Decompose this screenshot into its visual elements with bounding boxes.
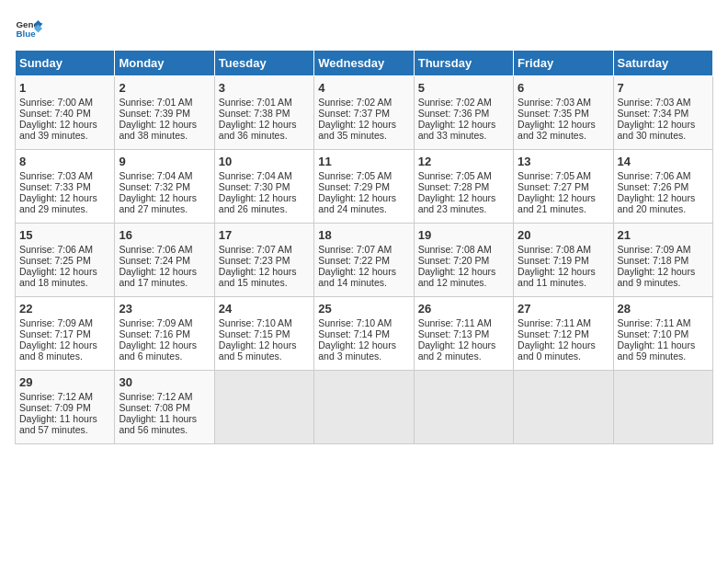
day-number: 15 xyxy=(19,228,110,242)
daylight-text: Daylight: 12 hours and 20 minutes. xyxy=(618,192,696,214)
daylight-text: Daylight: 12 hours and 21 minutes. xyxy=(518,192,596,214)
calendar-cell: 28Sunrise: 7:11 AMSunset: 7:10 PMDayligh… xyxy=(613,297,712,371)
sunset-text: Sunset: 7:27 PM xyxy=(518,181,589,192)
sunset-text: Sunset: 7:37 PM xyxy=(318,108,390,119)
calendar-cell: 14Sunrise: 7:06 AMSunset: 7:26 PMDayligh… xyxy=(613,150,712,224)
daylight-text: Daylight: 12 hours and 35 minutes. xyxy=(318,119,396,141)
sunset-text: Sunset: 7:18 PM xyxy=(618,255,689,266)
sunset-text: Sunset: 7:35 PM xyxy=(518,108,589,119)
daylight-text: Daylight: 12 hours and 33 minutes. xyxy=(418,119,496,141)
calendar-table: SundayMondayTuesdayWednesdayThursdayFrid… xyxy=(15,50,713,444)
calendar-header-row: SundayMondayTuesdayWednesdayThursdayFrid… xyxy=(16,51,713,76)
sunrise-text: Sunrise: 7:03 AM xyxy=(618,97,691,108)
daylight-text: Daylight: 12 hours and 12 minutes. xyxy=(418,266,496,288)
sunset-text: Sunset: 7:15 PM xyxy=(219,328,290,339)
day-number: 25 xyxy=(318,302,409,316)
daylight-text: Daylight: 12 hours and 11 minutes. xyxy=(518,266,596,288)
daylight-text: Daylight: 12 hours and 36 minutes. xyxy=(219,119,297,141)
calendar-cell xyxy=(414,371,513,444)
calendar-cell: 4Sunrise: 7:02 AMSunset: 7:37 PMDaylight… xyxy=(314,76,414,150)
calendar-cell: 22Sunrise: 7:09 AMSunset: 7:17 PMDayligh… xyxy=(16,297,115,371)
sunset-text: Sunset: 7:14 PM xyxy=(318,328,390,339)
day-number: 24 xyxy=(219,302,310,316)
calendar-body: 1Sunrise: 7:00 AMSunset: 7:40 PMDaylight… xyxy=(16,76,713,444)
sunrise-text: Sunrise: 7:08 AM xyxy=(518,244,591,255)
day-number: 13 xyxy=(518,155,609,168)
calendar-cell: 18Sunrise: 7:07 AMSunset: 7:22 PMDayligh… xyxy=(314,224,414,297)
sunset-text: Sunset: 7:34 PM xyxy=(618,108,689,119)
sunrise-text: Sunrise: 7:05 AM xyxy=(518,170,591,181)
day-number: 27 xyxy=(518,302,609,316)
calendar-cell: 29Sunrise: 7:12 AMSunset: 7:09 PMDayligh… xyxy=(16,371,115,444)
sunrise-text: Sunrise: 7:04 AM xyxy=(219,170,292,181)
sunrise-text: Sunrise: 7:11 AM xyxy=(418,317,492,328)
calendar-cell: 20Sunrise: 7:08 AMSunset: 7:19 PMDayligh… xyxy=(514,224,613,297)
day-number: 9 xyxy=(119,155,210,168)
calendar-cell: 1Sunrise: 7:00 AMSunset: 7:40 PMDaylight… xyxy=(16,76,115,150)
calendar-cell: 17Sunrise: 7:07 AMSunset: 7:23 PMDayligh… xyxy=(214,224,313,297)
calendar-cell: 19Sunrise: 7:08 AMSunset: 7:20 PMDayligh… xyxy=(414,224,513,297)
day-number: 8 xyxy=(19,155,110,168)
calendar-cell: 24Sunrise: 7:10 AMSunset: 7:15 PMDayligh… xyxy=(214,297,313,371)
sunset-text: Sunset: 7:26 PM xyxy=(618,181,689,192)
calendar-cell xyxy=(514,371,613,444)
calendar-cell: 21Sunrise: 7:09 AMSunset: 7:18 PMDayligh… xyxy=(613,224,712,297)
daylight-text: Daylight: 12 hours and 0 minutes. xyxy=(518,339,596,362)
daylight-text: Daylight: 12 hours and 3 minutes. xyxy=(318,339,396,362)
day-header-sunday: Sunday xyxy=(16,51,115,76)
sunrise-text: Sunrise: 7:07 AM xyxy=(219,244,292,255)
day-number: 2 xyxy=(119,81,210,95)
sunset-text: Sunset: 7:17 PM xyxy=(19,328,91,339)
daylight-text: Daylight: 12 hours and 6 minutes. xyxy=(119,339,197,362)
sunset-text: Sunset: 7:36 PM xyxy=(418,108,490,119)
sunrise-text: Sunrise: 7:09 AM xyxy=(119,317,192,328)
day-number: 14 xyxy=(618,155,709,168)
day-number: 5 xyxy=(418,81,509,95)
sunset-text: Sunset: 7:29 PM xyxy=(318,181,390,192)
daylight-text: Daylight: 12 hours and 17 minutes. xyxy=(119,266,197,288)
day-number: 29 xyxy=(19,375,110,389)
daylight-text: Daylight: 12 hours and 38 minutes. xyxy=(119,119,197,141)
sunset-text: Sunset: 7:32 PM xyxy=(119,181,190,192)
sunrise-text: Sunrise: 7:11 AM xyxy=(518,317,591,328)
sunset-text: Sunset: 7:33 PM xyxy=(19,181,91,192)
calendar-cell xyxy=(613,371,712,444)
sunrise-text: Sunrise: 7:06 AM xyxy=(618,170,691,181)
calendar-cell: 25Sunrise: 7:10 AMSunset: 7:14 PMDayligh… xyxy=(314,297,414,371)
daylight-text: Daylight: 12 hours and 18 minutes. xyxy=(19,266,97,288)
daylight-text: Daylight: 12 hours and 30 minutes. xyxy=(618,119,696,141)
day-number: 7 xyxy=(618,81,709,95)
calendar-cell: 15Sunrise: 7:06 AMSunset: 7:25 PMDayligh… xyxy=(16,224,115,297)
calendar-cell: 9Sunrise: 7:04 AMSunset: 7:32 PMDaylight… xyxy=(115,150,214,224)
day-header-monday: Monday xyxy=(115,51,214,76)
sunset-text: Sunset: 7:20 PM xyxy=(418,255,490,266)
day-number: 19 xyxy=(418,228,509,242)
sunset-text: Sunset: 7:40 PM xyxy=(19,108,91,119)
logo: General Blue xyxy=(15,15,42,42)
day-number: 6 xyxy=(518,81,609,95)
sunrise-text: Sunrise: 7:09 AM xyxy=(19,317,93,328)
sunset-text: Sunset: 7:22 PM xyxy=(318,255,390,266)
daylight-text: Daylight: 12 hours and 14 minutes. xyxy=(318,266,396,288)
day-number: 28 xyxy=(618,302,709,316)
day-number: 18 xyxy=(318,228,409,242)
day-number: 3 xyxy=(219,81,310,95)
sunset-text: Sunset: 7:12 PM xyxy=(518,328,589,339)
daylight-text: Daylight: 12 hours and 9 minutes. xyxy=(618,266,696,288)
sunset-text: Sunset: 7:16 PM xyxy=(119,328,190,339)
sunrise-text: Sunrise: 7:03 AM xyxy=(19,170,93,181)
sunset-text: Sunset: 7:09 PM xyxy=(19,402,91,413)
calendar-cell: 23Sunrise: 7:09 AMSunset: 7:16 PMDayligh… xyxy=(115,297,214,371)
day-number: 1 xyxy=(19,81,110,95)
day-number: 4 xyxy=(318,81,409,95)
daylight-text: Daylight: 12 hours and 32 minutes. xyxy=(518,119,596,141)
sunrise-text: Sunrise: 7:10 AM xyxy=(219,317,292,328)
calendar-cell: 2Sunrise: 7:01 AMSunset: 7:39 PMDaylight… xyxy=(115,76,214,150)
daylight-text: Daylight: 12 hours and 8 minutes. xyxy=(19,339,97,362)
day-header-thursday: Thursday xyxy=(414,51,513,76)
sunset-text: Sunset: 7:19 PM xyxy=(518,255,589,266)
daylight-text: Daylight: 11 hours and 57 minutes. xyxy=(19,413,97,435)
calendar-cell: 13Sunrise: 7:05 AMSunset: 7:27 PMDayligh… xyxy=(514,150,613,224)
sunset-text: Sunset: 7:38 PM xyxy=(219,108,290,119)
daylight-text: Daylight: 12 hours and 24 minutes. xyxy=(318,192,396,214)
